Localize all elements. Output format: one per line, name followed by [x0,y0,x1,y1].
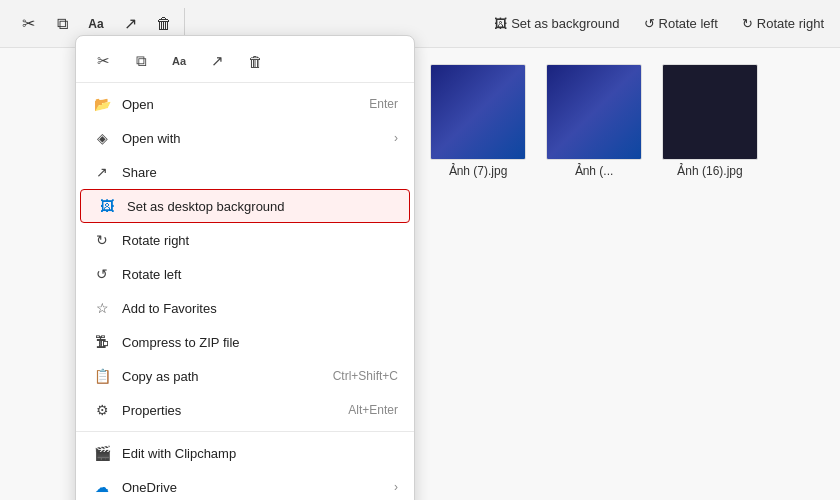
menu-item-share[interactable]: ↗ Share [76,155,414,189]
copy-toolbar-btn[interactable]: ⧉ [46,8,78,40]
menu-item-rotate-left[interactable]: ↺ Rotate left [76,257,414,291]
rotate-left-ctx-label: Rotate left [122,267,398,282]
rotate-left-toolbar-btn[interactable]: ↺ Rotate left [636,12,726,35]
share-icon: ↗ [92,162,112,182]
set-background-label: Set as background [511,16,619,31]
open-with-icon: ◈ [92,128,112,148]
onedrive-label: OneDrive [122,480,384,495]
ctx-share-icon-btn[interactable]: ↗ [202,46,232,76]
file-label-15b: Ảnh (... [575,164,614,178]
ctx-cut-icon-btn[interactable]: ✂ [88,46,118,76]
menu-item-copy-path[interactable]: 📋 Copy as path Ctrl+Shift+C [76,359,414,393]
favorites-icon: ☆ [92,298,112,318]
menu-item-compress-zip[interactable]: 🗜 Compress to ZIP file [76,325,414,359]
open-shortcut: Enter [369,97,398,111]
rotate-left-ctx-icon: ↺ [92,264,112,284]
open-with-arrow: › [394,131,398,145]
file-item-15b[interactable]: Ảnh (... [544,64,644,178]
menu-item-properties[interactable]: ⚙ Properties Alt+Enter [76,393,414,427]
ctx-delete-icon-btn[interactable]: 🗑 [240,46,270,76]
menu-top-icons-row: ✂ ⧉ Aa ↗ 🗑 [76,40,414,83]
menu-item-onedrive[interactable]: ☁ OneDrive › [76,470,414,500]
properties-label: Properties [122,403,338,418]
zip-label: Compress to ZIP file [122,335,398,350]
menu-item-add-favorites[interactable]: ☆ Add to Favorites [76,291,414,325]
rotate-left-icon: ↺ [644,16,655,31]
open-with-label: Open with [122,131,384,146]
share-label: Share [122,165,398,180]
menu-item-set-desktop-bg[interactable]: 🖼 Set as desktop background [80,189,410,223]
rotate-right-toolbar-btn[interactable]: ↻ Rotate right [734,12,832,35]
file-label-7: Ảnh (7).jpg [449,164,508,178]
rotate-right-ctx-label: Rotate right [122,233,398,248]
menu-separator-1 [76,431,414,432]
cut-toolbar-btn[interactable]: ✂ [12,8,44,40]
open-label: Open [122,97,359,112]
open-icon: 📂 [92,94,112,114]
set-bg-label: Set as desktop background [127,199,393,214]
ctx-copy-icon-btn[interactable]: ⧉ [126,46,156,76]
copy-path-icon: 📋 [92,366,112,386]
toolbar-right-actions: 🖼 Set as background ↺ Rotate left ↻ Rota… [486,12,832,35]
file-thumb-16 [662,64,758,160]
menu-item-open-with[interactable]: ◈ Open with › [76,121,414,155]
context-menu: ✂ ⧉ Aa ↗ 🗑 📂 Open Enter ◈ Open with › ↗ … [75,35,415,500]
set-bg-icon: 🖼 [97,196,117,216]
clipchamp-label: Edit with Clipchamp [122,446,398,461]
file-thumb-15b [546,64,642,160]
properties-shortcut: Alt+Enter [348,403,398,417]
set-background-icon: 🖼 [494,16,507,31]
file-item-16[interactable]: Ảnh (16).jpg [660,64,760,178]
rotate-right-icon: ↻ [742,16,753,31]
copy-path-shortcut: Ctrl+Shift+C [333,369,398,383]
file-item-7[interactable]: Ảnh (7).jpg [428,64,528,178]
copy-path-label: Copy as path [122,369,323,384]
set-background-toolbar-btn[interactable]: 🖼 Set as background [486,12,627,35]
onedrive-arrow: › [394,480,398,494]
ctx-rename-icon-btn[interactable]: Aa [164,46,194,76]
menu-item-clipchamp[interactable]: 🎬 Edit with Clipchamp [76,436,414,470]
file-label-16: Ảnh (16).jpg [677,164,742,178]
clipchamp-icon: 🎬 [92,443,112,463]
onedrive-icon: ☁ [92,477,112,497]
menu-item-rotate-right[interactable]: ↻ Rotate right [76,223,414,257]
properties-icon: ⚙ [92,400,112,420]
menu-item-open[interactable]: 📂 Open Enter [76,87,414,121]
favorites-label: Add to Favorites [122,301,398,316]
rotate-right-label: Rotate right [757,16,824,31]
rotate-right-ctx-icon: ↻ [92,230,112,250]
file-thumb-7 [430,64,526,160]
rotate-left-label: Rotate left [659,16,718,31]
zip-icon: 🗜 [92,332,112,352]
